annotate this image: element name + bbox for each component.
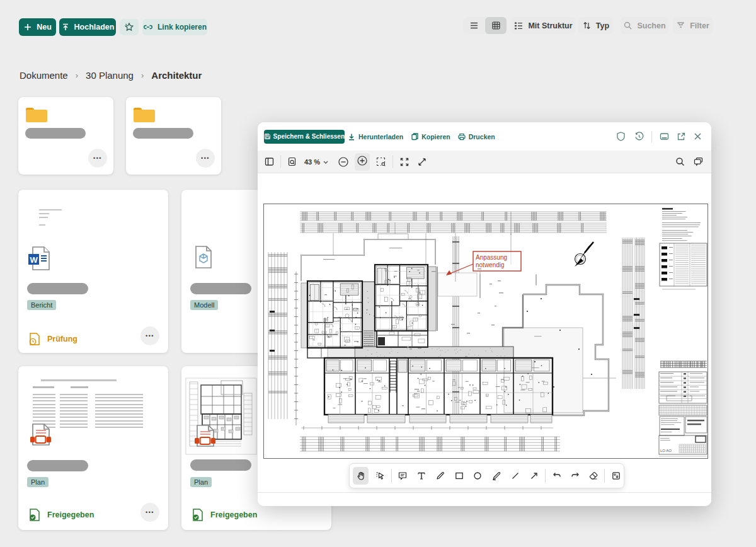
- svg-text:notwendig: notwendig: [476, 262, 505, 268]
- svg-text:LO AO: LO AO: [660, 449, 672, 452]
- svg-text:W: W: [30, 255, 38, 265]
- svg-text:Anpassung: Anpassung: [476, 254, 507, 261]
